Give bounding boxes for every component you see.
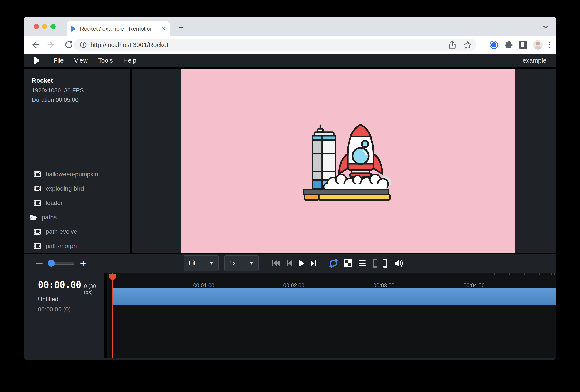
ruler-tick — [128, 273, 128, 276]
playback-speed-select[interactable]: 1x — [224, 255, 259, 271]
playback-controls-bar: + Fit 1x — [24, 253, 556, 273]
browser-tab[interactable]: Rocket / example - Remotion P ✕ — [67, 21, 170, 36]
track-name-label[interactable]: Untitled — [38, 296, 104, 303]
sidebar-folder-paths[interactable]: paths — [24, 210, 130, 225]
maximize-window-button[interactable] — [50, 24, 56, 29]
sidebar-composition-exploding-bird[interactable]: exploding-bird — [24, 181, 130, 196]
extensions-puzzle-icon[interactable] — [504, 40, 513, 49]
browser-menu-icon[interactable] — [548, 40, 551, 49]
ruler-tick — [452, 273, 452, 275]
play-button[interactable] — [297, 259, 305, 267]
zoom-in-icon[interactable]: + — [80, 258, 86, 268]
share-icon[interactable] — [448, 41, 456, 49]
loop-toggle-button[interactable] — [328, 259, 339, 268]
ruler-tick — [221, 273, 221, 275]
ruler-tick — [365, 273, 365, 275]
browser-window: Rocket / example - Remotion P ✕ + — [24, 17, 556, 360]
tab-close-icon[interactable]: ✕ — [161, 26, 166, 31]
playhead-handle[interactable] — [109, 274, 116, 281]
menu-file[interactable]: File — [48, 57, 69, 64]
skip-to-start-button[interactable] — [271, 259, 281, 267]
ruler-tick — [152, 273, 152, 275]
ruler-tick — [323, 273, 323, 276]
minimize-window-button[interactable] — [42, 24, 47, 29]
current-frame-label: 0 (30 fps) — [84, 283, 104, 295]
volume-button[interactable] — [394, 259, 404, 268]
chevron-down-icon[interactable] — [542, 23, 550, 31]
ruler-tick — [239, 273, 239, 275]
ruler-tick — [485, 273, 485, 275]
reload-button[interactable] — [64, 40, 74, 50]
address-bar[interactable]: http://localhost:3001/Rocket — [74, 39, 476, 51]
ruler-tick — [455, 273, 455, 275]
new-tab-button[interactable]: + — [176, 23, 186, 32]
ruler-tick — [296, 273, 296, 275]
ruler-tick — [155, 273, 155, 275]
video-canvas[interactable] — [181, 69, 515, 253]
rocket-illustration — [299, 116, 395, 205]
back-button[interactable] — [30, 40, 40, 50]
film-icon — [34, 229, 41, 235]
composition-label: path-evolve — [46, 228, 77, 235]
ruler-tick — [140, 273, 140, 275]
ruler-tick — [188, 273, 188, 276]
sidebar-preview-divider[interactable] — [130, 69, 132, 253]
ruler-tick — [257, 273, 257, 275]
menu-help[interactable]: Help — [118, 57, 142, 64]
ruler-tick — [476, 273, 476, 275]
canvas-size-select[interactable]: Fit — [184, 255, 219, 271]
ruler-tick — [467, 273, 467, 275]
ruler-tick — [197, 273, 197, 275]
ruler-tick — [149, 273, 149, 275]
ruler-tick — [530, 273, 530, 275]
site-info-icon[interactable] — [80, 41, 87, 48]
ruler-tick — [191, 273, 191, 275]
timeline-track-area[interactable]: 00:01.0000:02.0000:03.0000:04.00 — [107, 273, 556, 358]
playhead-line[interactable] — [113, 273, 113, 358]
compositions-sidebar: Rocket 1920x1080, 30 FPS Duration 00:05.… — [24, 69, 130, 253]
ruler-tick — [203, 273, 203, 280]
skip-to-end-button[interactable] — [310, 259, 317, 267]
ruler-tick — [554, 273, 555, 275]
in-point-button[interactable] — [372, 259, 377, 268]
close-window-button[interactable] — [33, 24, 39, 29]
profile-avatar[interactable] — [533, 40, 543, 50]
sidebar-composition-path-morph[interactable]: path-morph — [24, 239, 130, 253]
ruler-tick — [464, 273, 464, 275]
ruler-tick — [410, 273, 410, 275]
ruler-tick — [293, 273, 293, 280]
url-text[interactable]: http://localhost:3001/Rocket — [91, 41, 168, 48]
sidebar-composition-path-evolve[interactable]: path-evolve — [24, 225, 130, 239]
slider-thumb[interactable] — [48, 260, 55, 267]
menu-view[interactable]: View — [69, 57, 93, 64]
timeline-sequence-bar[interactable] — [113, 288, 556, 305]
ruler-tick — [332, 273, 332, 275]
ruler-tick — [380, 273, 380, 275]
sidebar-extension-icon[interactable] — [519, 41, 527, 49]
ruler-tick — [125, 273, 125, 275]
ruler-tick — [362, 273, 362, 275]
previous-frame-button[interactable] — [285, 259, 292, 267]
sidebar-composition-halloween-pumpkin[interactable]: halloween-pumpkin — [24, 167, 130, 181]
sidebar-composition-list: halloween-pumpkin exploding-bird — [24, 167, 130, 253]
ruler-tick — [167, 273, 167, 275]
out-point-button[interactable] — [383, 259, 388, 268]
bookmark-star-icon[interactable] — [463, 40, 472, 49]
ruler-tick — [299, 273, 299, 275]
ruler-tick — [311, 273, 311, 275]
onepassword-extension-icon[interactable] — [489, 40, 499, 50]
timeline-tracks-button[interactable] — [358, 259, 367, 267]
menu-tools[interactable]: Tools — [93, 57, 118, 64]
preview-area — [132, 69, 556, 253]
ruler-tick — [341, 273, 341, 275]
ruler-tick — [521, 273, 522, 275]
transparency-checkerboard-button[interactable] — [344, 259, 353, 267]
sidebar-composition-loader[interactable]: loader — [24, 196, 130, 210]
ruler-tick — [212, 273, 212, 275]
forward-button[interactable] — [47, 40, 56, 50]
ruler-tick — [551, 273, 552, 275]
remotion-logo-icon[interactable] — [33, 56, 40, 65]
zoom-out-icon[interactable] — [36, 262, 43, 264]
timeline-zoom-slider[interactable] — [48, 261, 74, 265]
ruler-tick — [245, 273, 245, 275]
